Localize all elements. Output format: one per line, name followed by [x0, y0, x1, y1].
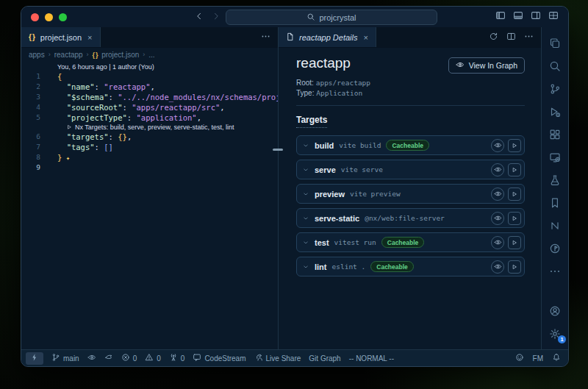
close-window-button[interactable]: [31, 13, 39, 21]
ellipsis-icon[interactable]: [542, 260, 568, 282]
layout-panel-icon[interactable]: [513, 10, 523, 24]
split-editor-icon[interactable]: [506, 31, 516, 44]
account-icon[interactable]: [542, 299, 568, 322]
run-target-button[interactable]: [508, 139, 521, 152]
command-center-search[interactable]: projcrystal: [226, 10, 437, 25]
chevron-down-icon[interactable]: [302, 263, 309, 271]
search-label: projcrystal: [319, 13, 356, 22]
chevron-down-icon[interactable]: [302, 239, 309, 246]
code-line[interactable]: 3 "$schema": "../../node_modules/nx/sche…: [21, 92, 278, 102]
close-tab-icon[interactable]: ×: [364, 33, 368, 42]
target-row-preview[interactable]: previewvite preview: [296, 184, 525, 204]
show-target-config-button[interactable]: [491, 188, 504, 201]
zoom-window-button[interactable]: [59, 13, 67, 21]
show-target-config-button[interactable]: [491, 163, 504, 176]
status-item-fm[interactable]: FM: [533, 354, 543, 363]
target-name: build: [315, 141, 334, 150]
status-item-0[interactable]: 0: [121, 353, 137, 363]
minimize-window-button[interactable]: [45, 13, 53, 21]
extensions-icon[interactable]: [542, 123, 568, 146]
chevron-down-icon[interactable]: [302, 142, 309, 149]
status-item-0[interactable]: 0: [169, 353, 185, 363]
status-item-git-graph[interactable]: Git Graph: [309, 354, 340, 363]
chevron-down-icon[interactable]: [302, 190, 309, 198]
desktop-background: projcrystal {} project.json × apps›react…: [0, 0, 588, 389]
code-editor[interactable]: You, 6 hours ago | 1 author (You)1{2 "na…: [21, 61, 278, 349]
eye-icon: [87, 353, 96, 363]
status-item-smiley[interactable]: [515, 353, 524, 363]
status-item-copilot[interactable]: [104, 353, 113, 363]
breadcrumb[interactable]: apps›reactapp›{} project.json›...: [21, 48, 278, 61]
run-target-button[interactable]: [508, 212, 521, 225]
status-item-main[interactable]: main: [51, 353, 79, 363]
titlebar[interactable]: projcrystal: [21, 7, 568, 27]
close-tab-icon[interactable]: ×: [87, 33, 92, 42]
sash-handle[interactable]: [273, 149, 283, 151]
source-control-icon[interactable]: [542, 77, 568, 100]
target-row-lint[interactable]: linteslint .Cacheable: [296, 257, 525, 276]
target-row-serve[interactable]: servevite serve: [296, 160, 525, 179]
target-command: vite preview: [350, 190, 401, 198]
gear-icon[interactable]: 1: [542, 322, 568, 345]
show-target-config-button[interactable]: [491, 139, 504, 152]
run-debug-icon[interactable]: [542, 100, 568, 123]
layout-sidebar-left-icon[interactable]: [495, 10, 506, 24]
code-line[interactable]: 6 "targets": {},: [21, 132, 278, 142]
more-actions-icon[interactable]: [524, 31, 534, 44]
code-line[interactable]: 5 "projectType": "application",: [21, 113, 278, 123]
view-in-graph-button[interactable]: View In Graph: [448, 57, 525, 74]
show-target-config-button[interactable]: [491, 212, 504, 225]
breadcrumb-item[interactable]: reactapp: [54, 51, 83, 59]
tab-project-json[interactable]: {} project.json ×: [21, 27, 101, 47]
history-back-icon[interactable]: [195, 10, 204, 24]
target-row-serve-static[interactable]: serve-static@nx/web:file-server: [296, 208, 525, 228]
status-item-bell[interactable]: [552, 353, 561, 363]
target-command: eslint .: [332, 263, 366, 271]
history-forward-icon[interactable]: [212, 10, 220, 24]
run-target-button[interactable]: [508, 188, 521, 201]
target-row-build[interactable]: buildvite buildCacheable: [296, 135, 525, 155]
breadcrumb-separator-icon: ›: [49, 51, 51, 58]
breadcrumb-item[interactable]: apps: [29, 51, 45, 59]
layout-sidebar-right-icon[interactable]: [531, 10, 541, 24]
nx-targets-codelens[interactable]: Nx Targets: build, serve, preview, serve…: [21, 123, 278, 132]
divider: [296, 105, 525, 106]
target-row-test[interactable]: testvitest runCacheable: [296, 232, 525, 252]
run-target-button[interactable]: [508, 260, 521, 274]
gitlens-icon[interactable]: [542, 237, 568, 260]
show-target-config-button[interactable]: [491, 260, 504, 274]
target-name: lint: [315, 263, 327, 271]
files-icon[interactable]: [542, 32, 568, 54]
tab-reactapp-details[interactable]: reactapp Details ×: [279, 27, 376, 47]
code-line[interactable]: 2 "name": "reactapp",: [21, 82, 278, 92]
status-item-eye[interactable]: [87, 353, 96, 363]
more-actions-icon[interactable]: [261, 31, 270, 44]
target-command: vitest run: [334, 238, 376, 246]
refresh-icon[interactable]: [489, 31, 498, 44]
beaker-icon[interactable]: [542, 168, 568, 191]
bookmark-icon[interactable]: [542, 191, 568, 214]
chevron-down-icon[interactable]: [302, 215, 309, 222]
breadcrumb-item[interactable]: {} project.json: [93, 51, 140, 59]
blame-codelens[interactable]: You, 6 hours ago | 1 author (You): [21, 63, 278, 71]
code-line[interactable]: 4 "sourceRoot": "apps/reactapp/src",: [21, 102, 278, 113]
layout-custom-icon[interactable]: [548, 10, 559, 24]
status-item-0[interactable]: 0: [145, 353, 161, 363]
chevron-down-icon[interactable]: [302, 166, 309, 174]
search-icon[interactable]: [542, 54, 568, 77]
status-item-normal[interactable]: -- NORMAL --: [349, 354, 394, 363]
code-line[interactable]: 1{: [21, 71, 278, 82]
run-target-button[interactable]: [508, 163, 521, 176]
code-line[interactable]: 7 "tags": []: [21, 142, 278, 152]
remote-explorer-icon[interactable]: [542, 146, 568, 168]
breadcrumb-item[interactable]: ...: [148, 51, 154, 59]
status-item-codestream[interactable]: CodeStream: [193, 353, 245, 363]
show-target-config-button[interactable]: [491, 236, 504, 249]
status-item-live-share[interactable]: Live Share: [254, 353, 301, 363]
status-item-lightning[interactable]: [26, 352, 43, 365]
code-line[interactable]: 8} ✦: [21, 152, 278, 163]
nx-icon[interactable]: [542, 214, 568, 237]
code-line[interactable]: 9: [21, 163, 278, 173]
run-target-button[interactable]: [508, 236, 521, 249]
target-name: preview: [315, 190, 345, 199]
